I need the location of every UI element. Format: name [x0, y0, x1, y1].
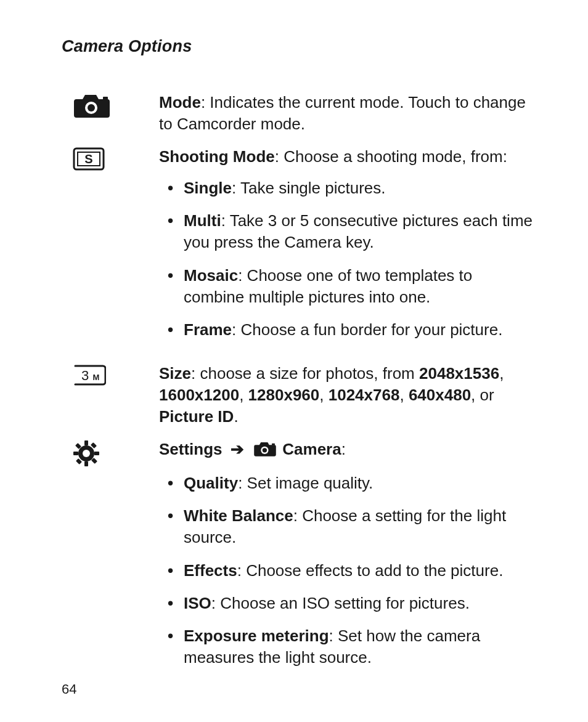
bullet-rest: : Take 3 or 5 consecutive pictures each … — [184, 211, 533, 251]
camera-inline-icon — [253, 441, 277, 463]
option-desc: : Indicates the current mode. Touch to c… — [159, 93, 526, 133]
bullet-lead: Multi — [184, 211, 221, 230]
settings-list: Quality: Set image quality. White Balanc… — [159, 473, 533, 668]
option-text: Shooting Mode: Choose a shooting mode, f… — [159, 146, 533, 352]
size-value: 1024x768 — [329, 386, 400, 404]
svg-point-17 — [83, 450, 90, 457]
page-number: 64 — [62, 681, 76, 697]
list-item: White Balance: Choose a setting for the … — [168, 505, 533, 548]
option-desc: : Choose a shooting mode, from: — [275, 147, 507, 166]
icon-cell: S — [62, 146, 159, 171]
size-or: , or — [471, 386, 494, 404]
svg-rect-2 — [103, 97, 108, 100]
option-lead: Shooting Mode — [159, 147, 275, 166]
size-value: 1600x1200 — [159, 386, 239, 404]
bullet-lead: White Balance — [184, 506, 293, 525]
size-tail: . — [234, 407, 238, 426]
bullet-rest: : Choose a fun border for your picture. — [232, 320, 502, 339]
option-row-mode: Mode: Indicates the current mode. Touch … — [62, 92, 533, 135]
shooting-mode-list: Single: Take single pictures. Multi: Tak… — [159, 177, 533, 341]
svg-point-1 — [88, 104, 95, 112]
svg-rect-11 — [73, 452, 78, 455]
bullet-rest: : Choose effects to add to the picture. — [237, 561, 504, 580]
option-text: Settings ➔ Camera: Quality: Set image qu… — [159, 439, 533, 679]
size-value: 1280x960 — [248, 386, 320, 404]
bullet-lead: Single — [184, 179, 232, 197]
bullet-lead: Frame — [184, 320, 232, 339]
size-last: Picture ID — [159, 407, 234, 426]
list-item: Exposure metering: Set how the camera me… — [168, 625, 533, 668]
list-item: ISO: Choose an ISO setting for pictures. — [168, 593, 533, 614]
svg-rect-20 — [272, 444, 275, 445]
icon-cell — [62, 439, 159, 467]
bullet-rest: : Take single pictures. — [232, 179, 386, 197]
option-text: Size: choose a size for photos, from 204… — [159, 363, 533, 428]
size-value: 640x480 — [409, 386, 471, 404]
camera-icon — [73, 93, 111, 119]
option-row-size: 3 M Size: choose a size for photos, from… — [62, 363, 533, 428]
size-sep: , — [319, 386, 328, 404]
size-sep: , — [499, 364, 504, 383]
list-item: Multi: Take 3 or 5 consecutive pictures … — [168, 210, 533, 253]
option-row-settings: Settings ➔ Camera: Quality: Set image qu… — [62, 439, 533, 679]
size-sep: , — [399, 386, 408, 404]
size-value: 2048x1536 — [419, 364, 499, 383]
bullet-rest: : Choose an ISO setting for pictures. — [211, 594, 470, 612]
svg-text:S: S — [84, 152, 92, 166]
arrow-right-icon: ➔ — [231, 439, 244, 460]
svg-rect-9 — [84, 440, 88, 445]
bullet-lead: Effects — [184, 561, 237, 580]
list-item: Frame: Choose a fun border for your pict… — [168, 319, 533, 341]
settings-label: Settings — [159, 440, 223, 458]
option-lead: Mode — [159, 93, 201, 112]
settings-tail: : — [341, 440, 346, 458]
list-item: Mosaic: Choose one of two templates to c… — [168, 265, 533, 308]
icon-cell — [62, 92, 159, 119]
list-item: Effects: Choose effects to add to the pi… — [168, 560, 533, 582]
shooting-mode-icon: S — [73, 147, 105, 171]
option-text: Mode: Indicates the current mode. Touch … — [159, 92, 533, 135]
list-item: Single: Take single pictures. — [168, 177, 533, 199]
icon-cell: 3 M — [62, 363, 159, 386]
section-heading: Camera Options — [62, 37, 533, 56]
manual-page: Camera Options Mode: Indicates the curre… — [0, 0, 588, 722]
bullet-lead: Mosaic — [184, 266, 238, 285]
svg-rect-12 — [94, 452, 99, 455]
option-row-shooting-mode: S Shooting Mode: Choose a shooting mode,… — [62, 146, 533, 352]
svg-rect-10 — [84, 461, 88, 466]
svg-point-19 — [263, 448, 267, 452]
camera-label: Camera — [282, 440, 341, 458]
option-desc: : choose a size for photos, from — [191, 364, 419, 383]
bullet-rest: : Set image quality. — [238, 474, 373, 492]
bullet-lead: ISO — [184, 594, 211, 612]
option-lead: Size — [159, 364, 191, 383]
svg-text:3: 3 — [81, 368, 89, 383]
size-3m-icon: 3 M — [73, 364, 106, 386]
gear-icon — [73, 440, 100, 467]
svg-text:M: M — [93, 373, 100, 382]
list-item: Quality: Set image quality. — [168, 473, 533, 494]
bullet-lead: Quality — [184, 474, 238, 492]
size-sep: , — [239, 386, 248, 404]
bullet-lead: Exposure metering — [184, 627, 329, 645]
